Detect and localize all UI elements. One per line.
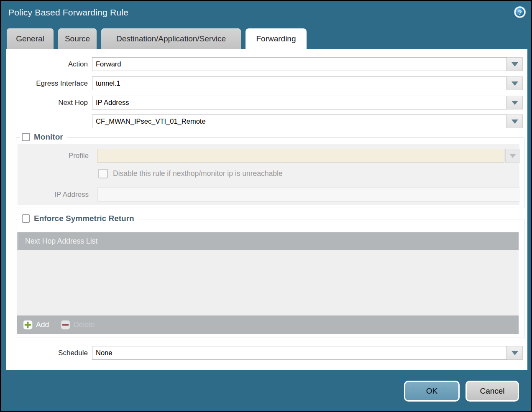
- next-hop-address-dropdown-button[interactable]: [507, 114, 523, 128]
- chevron-down-icon: [512, 101, 518, 105]
- schedule-input[interactable]: [92, 346, 507, 360]
- help-icon[interactable]: ?: [514, 6, 526, 18]
- schedule-dropdown-button[interactable]: [507, 346, 523, 360]
- tab-bar: General Source Destination/Application/S…: [7, 28, 311, 50]
- profile-input: [97, 149, 504, 163]
- cancel-button[interactable]: Cancel: [466, 381, 519, 402]
- tab-destination-application-service[interactable]: Destination/Application/Service: [101, 28, 241, 49]
- chevron-down-icon: [512, 351, 518, 355]
- next-hop-address-table: Next Hop Address List Add: [17, 232, 519, 334]
- enforce-symmetric-return-checkbox[interactable]: [22, 214, 30, 223]
- tab-source[interactable]: Source: [58, 28, 97, 49]
- monitor-panel: Profile Disable this rule if nexthop/mon…: [18, 144, 519, 205]
- next-hop-label: Next Hop: [6, 96, 88, 109]
- delete-button-label: Delete: [74, 320, 95, 329]
- next-hop-type-dropdown-button[interactable]: [507, 96, 523, 109]
- next-hop-address-list-header: Next Hop Address List: [17, 232, 519, 250]
- enforce-legend-label: Enforce Symmetric Return: [34, 214, 134, 223]
- add-button-label: Add: [36, 320, 49, 329]
- next-hop-address-list-footer: Add Delete: [17, 315, 519, 334]
- tab-forwarding[interactable]: Forwarding: [246, 28, 307, 50]
- monitor-ip-address-label: IP Address: [18, 188, 89, 201]
- action-label: Action: [6, 57, 88, 71]
- egress-interface-input[interactable]: [92, 76, 507, 90]
- monitor-legend: Monitor: [20, 132, 67, 142]
- ok-button[interactable]: OK: [404, 381, 460, 402]
- svg-text:?: ?: [518, 9, 522, 16]
- chevron-down-icon: [512, 62, 518, 66]
- forwarding-tab-content: Action Egress Interface Next Hop Monitor: [6, 49, 527, 370]
- schedule-label: Schedule: [6, 346, 88, 360]
- monitor-group: Monitor Profile Disable this rule if nex…: [16, 137, 524, 208]
- delete-button[interactable]: Delete: [61, 320, 95, 330]
- chevron-down-icon: [512, 120, 518, 124]
- enforce-symmetric-return-group: Enforce Symmetric Return Next Hop Addres…: [16, 219, 524, 338]
- chevron-down-icon: [512, 81, 518, 86]
- action-input[interactable]: [92, 57, 507, 71]
- disable-rule-label: Disable this rule if nexthop/monitor ip …: [113, 169, 283, 178]
- monitor-legend-label: Monitor: [34, 132, 63, 142]
- profile-dropdown-button: [505, 149, 520, 163]
- enforce-legend: Enforce Symmetric Return: [20, 214, 138, 223]
- chevron-down-icon: [509, 154, 516, 158]
- profile-label: Profile: [18, 149, 89, 163]
- monitor-ip-address-input: [97, 188, 520, 201]
- next-hop-address-list-body[interactable]: [17, 250, 519, 315]
- egress-interface-dropdown-button[interactable]: [507, 76, 523, 90]
- action-dropdown-button[interactable]: [507, 57, 523, 71]
- disable-rule-checkbox: [98, 169, 108, 178]
- tab-general[interactable]: General: [7, 28, 54, 49]
- egress-interface-label: Egress Interface: [6, 76, 88, 90]
- dialog-title: Policy Based Forwarding Rule: [8, 8, 128, 18]
- next-hop-address-input[interactable]: [92, 114, 507, 128]
- policy-based-forwarding-dialog: Policy Based Forwarding Rule ? General S…: [1, 1, 531, 411]
- monitor-checkbox[interactable]: [22, 133, 30, 141]
- next-hop-type-input[interactable]: [92, 96, 507, 109]
- disable-rule-row: Disable this rule if nexthop/monitor ip …: [98, 169, 283, 178]
- plus-icon: [23, 320, 33, 330]
- minus-icon: [61, 320, 70, 330]
- add-button[interactable]: Add: [23, 320, 49, 330]
